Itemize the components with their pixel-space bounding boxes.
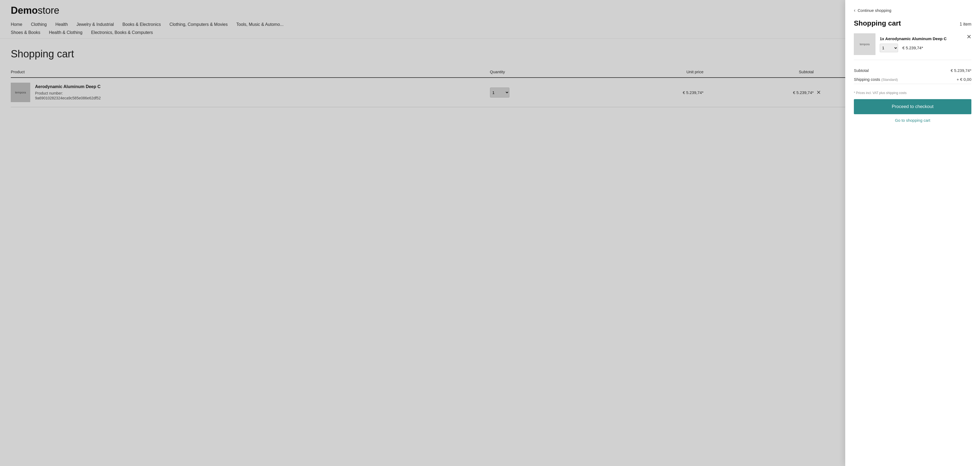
drawer-remove-item-button[interactable]: ✕ bbox=[964, 33, 971, 40]
drawer-shipping-row: Shipping costs (Standard) + € 0,00 bbox=[854, 75, 971, 84]
drawer-product-name: 1x Aerodynamic Aluminum Deep C bbox=[880, 36, 960, 41]
drawer-title: Shopping cart bbox=[854, 19, 901, 27]
continue-shopping-button[interactable]: ‹ Continue shopping bbox=[854, 8, 971, 13]
drawer-shipping-value: + € 0,00 bbox=[956, 77, 971, 82]
drawer-product-row: tempora 1x Aerodynamic Aluminum Deep C 1… bbox=[854, 33, 971, 60]
drawer-shipping-sub-label: (Standard) bbox=[881, 78, 898, 82]
drawer-shipping-label: Shipping costs (Standard) bbox=[854, 77, 898, 82]
continue-shopping-label: Continue shopping bbox=[858, 8, 891, 13]
drawer-vat-note: * Prices incl. VAT plus shipping costs bbox=[854, 91, 971, 95]
drawer-subtotal-row: Subtotal € 5.239,74* bbox=[854, 66, 971, 75]
drawer-subtotal-section: Subtotal € 5.239,74* Shipping costs (Sta… bbox=[854, 66, 971, 84]
drawer-checkout-button[interactable]: Proceed to checkout bbox=[854, 99, 971, 114]
drawer-quantity-stepper[interactable]: 1 2 3 bbox=[880, 44, 898, 52]
drawer-product-info: 1x Aerodynamic Aluminum Deep C 1 2 3 € 5… bbox=[880, 36, 960, 52]
drawer-header: Shopping cart 1 item bbox=[854, 19, 971, 27]
drawer-item-count: 1 item bbox=[959, 22, 971, 27]
drawer-subtotal-label: Subtotal bbox=[854, 68, 869, 73]
drawer-subtotal-value: € 5.239,74* bbox=[951, 68, 971, 73]
drawer-product-price: € 5.239,74* bbox=[902, 46, 923, 50]
overlay bbox=[0, 0, 845, 133]
go-to-shopping-cart-link[interactable]: Go to shopping cart bbox=[854, 118, 971, 122]
drawer-product-qty-row: 1 2 3 € 5.239,74* bbox=[880, 44, 960, 52]
chevron-left-icon: ‹ bbox=[854, 8, 856, 13]
drawer-product-thumbnail: tempora bbox=[854, 33, 875, 55]
cart-drawer: ‹ Continue shopping Shopping cart 1 item… bbox=[845, 0, 980, 133]
